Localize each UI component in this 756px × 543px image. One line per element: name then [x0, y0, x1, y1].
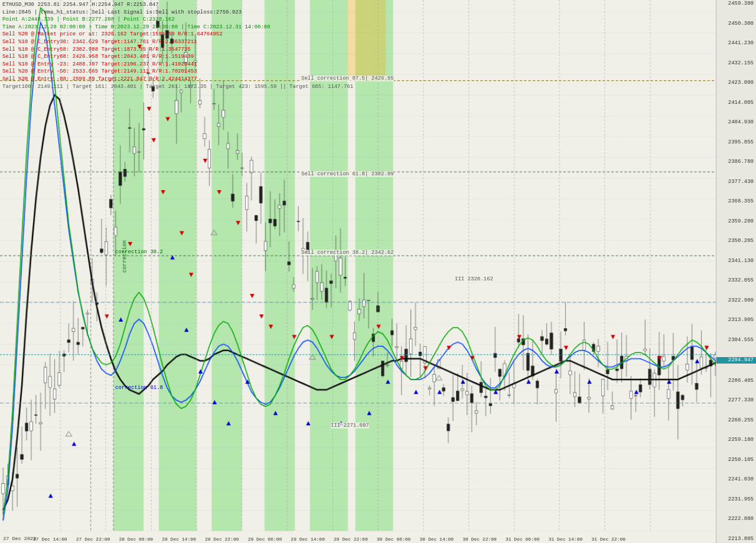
chart-container: ETHUSD_M30 2253.81 2254.947 H:2254.947 R… [0, 0, 756, 543]
price-chart[interactable] [0, 0, 756, 543]
time-axis: 27 Dec 14:0027 Dec 22:0028 Dec 06:0028 D… [0, 531, 716, 543]
price-axis: 2459.3802450.3002441.2302432.1552423.080… [716, 0, 756, 543]
